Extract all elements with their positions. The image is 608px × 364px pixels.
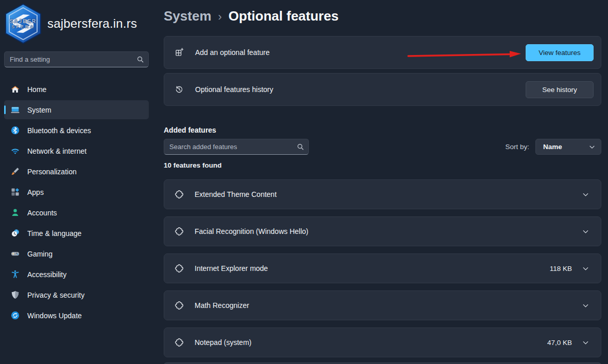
view-features-button[interactable]: View features xyxy=(526,44,594,61)
feature-row-extended-theme-content[interactable]: Extended Theme Content xyxy=(164,179,601,209)
personalization-icon xyxy=(11,167,20,176)
sidebar-item-accounts[interactable]: Accounts xyxy=(4,203,149,222)
selected-indicator xyxy=(4,105,6,114)
time-language-icon xyxy=(11,229,20,238)
chevron-down-icon[interactable] xyxy=(582,265,589,272)
find-setting-input[interactable] xyxy=(4,51,149,67)
feature-row-facial-recognition-windows-hello[interactable]: Facial Recognition (Windows Hello) xyxy=(164,216,601,246)
home-icon xyxy=(11,85,20,94)
optional-features-history-row: Optional features history See history xyxy=(164,73,601,106)
sidebar-item-accessibility[interactable]: Accessibility xyxy=(4,265,149,284)
network-icon xyxy=(11,147,20,155)
add-feature-label: Add an optional feature xyxy=(195,48,270,57)
app-logo: SAJBER SFERA xyxy=(3,2,43,45)
sidebar-nav: Home System Bluetooth & devices Network … xyxy=(4,80,149,326)
search-icon xyxy=(297,143,304,151)
history-label: Optional features history xyxy=(195,85,273,94)
feature-row-math-recognizer[interactable]: Math Recognizer xyxy=(164,290,601,320)
features-count: 10 features found xyxy=(164,161,222,169)
privacy-security-icon xyxy=(11,290,20,299)
chevron-down-icon xyxy=(588,143,596,151)
system-icon xyxy=(11,105,20,114)
accessibility-icon xyxy=(11,270,20,279)
logo-row: SAJBER SFERA sajbersfera.in.rs xyxy=(3,2,137,45)
puzzle-icon xyxy=(175,338,184,347)
page-title: Optional features xyxy=(229,8,339,24)
sidebar-item-personalization[interactable]: Personalization xyxy=(4,162,149,181)
breadcrumb-separator-icon: › xyxy=(218,9,222,24)
logo-line1: SAJBER xyxy=(1,19,45,24)
see-history-button[interactable]: See history xyxy=(526,81,594,98)
windows-update-icon xyxy=(11,311,20,320)
logo-line2: SFERA xyxy=(1,24,45,30)
sidebar-item-time-and-language[interactable]: Time & language xyxy=(4,224,149,243)
sort-value: Name xyxy=(543,143,562,151)
chevron-down-icon[interactable] xyxy=(582,191,589,198)
feature-name: Math Recognizer xyxy=(195,301,249,310)
feature-row-internet-explorer-mode[interactable]: Internet Explorer mode 118 KB xyxy=(164,253,601,283)
feature-name: Extended Theme Content xyxy=(195,190,276,198)
apps-icon xyxy=(11,188,20,196)
gaming-icon xyxy=(11,249,20,258)
breadcrumb-system[interactable]: System xyxy=(164,8,212,24)
search-icon xyxy=(136,56,144,63)
chevron-down-icon[interactable] xyxy=(582,228,589,235)
accounts-icon xyxy=(11,208,20,217)
sidebar: SAJBER SFERA sajbersfera.in.rs Home Syst… xyxy=(0,0,154,364)
add-feature-icon xyxy=(175,48,184,57)
feature-name: Internet Explorer mode xyxy=(195,264,268,272)
sidebar-item-privacy-and-security[interactable]: Privacy & security xyxy=(4,285,149,304)
app-title: sajbersfera.in.rs xyxy=(47,16,137,31)
sidebar-item-apps[interactable]: Apps xyxy=(4,183,149,202)
sidebar-item-windows-update[interactable]: Windows Update xyxy=(4,306,149,325)
puzzle-icon xyxy=(175,227,184,236)
search-added-features-box xyxy=(164,139,309,155)
feature-row-notepad-system[interactable]: Notepad (system) 47,0 KB xyxy=(164,327,601,357)
sort-dropdown[interactable]: Name xyxy=(535,139,601,155)
puzzle-icon xyxy=(175,190,184,199)
feature-list: Extended Theme Content Facial Recognitio… xyxy=(164,179,601,364)
chevron-down-icon[interactable] xyxy=(582,339,589,347)
history-icon xyxy=(175,85,184,94)
feature-size: 47,0 KB xyxy=(547,339,572,347)
sidebar-item-network-and-internet[interactable]: Network & internet xyxy=(4,141,149,160)
puzzle-icon xyxy=(175,264,184,273)
logo-text: SAJBER SFERA xyxy=(1,19,45,30)
sidebar-item-gaming[interactable]: Gaming xyxy=(4,244,149,263)
add-optional-feature-row: Add an optional feature View features xyxy=(164,36,601,69)
feature-name: Notepad (system) xyxy=(195,338,251,347)
feature-size: 118 KB xyxy=(550,265,572,272)
annotation-arrow xyxy=(404,49,525,62)
sidebar-item-system[interactable]: System xyxy=(4,100,149,119)
chevron-down-icon[interactable] xyxy=(582,302,589,310)
sort-by-label: Sort by: xyxy=(505,143,529,151)
search-added-features-input[interactable] xyxy=(164,139,309,155)
feature-name: Facial Recognition (Windows Hello) xyxy=(195,227,308,235)
puzzle-icon xyxy=(175,301,184,310)
breadcrumb: System › Optional features xyxy=(164,8,339,24)
find-setting-box xyxy=(4,51,149,67)
bluetooth-icon xyxy=(11,126,20,135)
sort-control: Sort by: Name xyxy=(505,139,601,155)
sidebar-item-home[interactable]: Home xyxy=(4,80,149,99)
added-features-heading: Added features xyxy=(164,126,216,134)
sidebar-item-bluetooth-and-devices[interactable]: Bluetooth & devices xyxy=(4,121,149,140)
